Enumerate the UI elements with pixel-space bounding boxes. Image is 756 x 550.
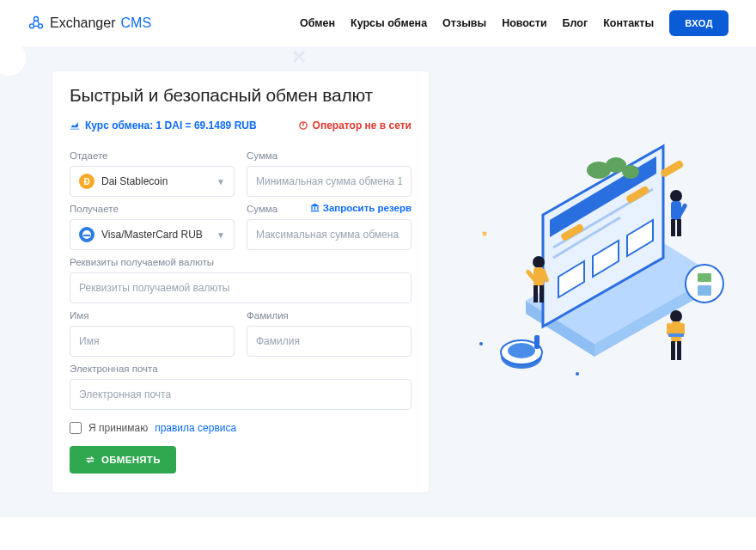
chart-icon: [70, 120, 80, 131]
agree-checkbox[interactable]: [70, 422, 82, 434]
nav-exchange[interactable]: Обмен: [300, 17, 335, 29]
get-label: Получаете: [70, 204, 235, 214]
get-currency-select[interactable]: Visa/MasterCard RUB ▼: [70, 219, 235, 250]
get-currency-value: Visa/MasterCard RUB: [101, 229, 203, 241]
logo[interactable]: Exchanger CMS: [27, 15, 151, 32]
agree-text: Я принимаю: [88, 422, 148, 434]
operator-status: Оператор не в сети: [298, 119, 412, 131]
give-currency-value: Dai Stablecoin: [101, 175, 168, 187]
chevron-down-icon: ▼: [216, 230, 225, 240]
nav-contacts[interactable]: Контакты: [603, 17, 654, 29]
requisites-input[interactable]: [70, 272, 412, 303]
rules-link[interactable]: правила сервиса: [155, 422, 236, 434]
firstname-input[interactable]: [70, 326, 235, 357]
main-nav: Обмен Курсы обмена Отзывы Новости Блог К…: [300, 10, 729, 36]
svg-point-2: [39, 24, 43, 28]
power-icon: [298, 120, 308, 131]
swap-icon: [85, 455, 95, 465]
exchange-rate: Курс обмена: 1 DAI = 69.1489 RUB: [70, 119, 257, 131]
login-button[interactable]: ВХОД: [669, 10, 729, 36]
nav-rates[interactable]: Курсы обмена: [351, 17, 427, 29]
chevron-down-icon: ▼: [216, 177, 225, 186]
nav-reviews[interactable]: Отзывы: [442, 17, 486, 29]
brand-name-2: CMS: [121, 15, 152, 31]
nav-news[interactable]: Новости: [502, 17, 546, 29]
nav-blog[interactable]: Блог: [563, 17, 588, 29]
dai-icon: Ð: [79, 174, 94, 189]
rate-text: Курс обмена: 1 DAI = 69.1489 RUB: [85, 119, 257, 131]
bank-icon: [310, 203, 320, 212]
brand-name-1: Exchanger: [50, 15, 116, 31]
get-amount-label: Сумма: [247, 204, 277, 214]
svg-point-1: [30, 24, 34, 28]
get-amount-input[interactable]: [247, 219, 412, 250]
card-icon: [79, 227, 94, 242]
status-text: Оператор не в сети: [313, 119, 412, 131]
page-title: Быстрый и безопасный обмен валют: [70, 85, 412, 106]
lastname-input[interactable]: [247, 326, 412, 357]
give-amount-label: Сумма: [247, 150, 412, 161]
lastname-label: Фамилия: [247, 310, 412, 321]
logo-icon: [27, 15, 45, 32]
email-input[interactable]: [70, 379, 412, 410]
requisites-label: Реквизиты получаемой валюты: [70, 257, 412, 267]
give-currency-select[interactable]: Ð Dai Stablecoin ▼: [70, 166, 235, 197]
request-reserve-link[interactable]: Запросить резерв: [310, 203, 412, 213]
exchange-button[interactable]: ОБМЕНЯТЬ: [70, 446, 176, 474]
firstname-label: Имя: [70, 310, 235, 321]
exchange-form-card: Быстрый и безопасный обмен валют Курс об…: [52, 70, 430, 493]
give-label: Отдаете: [70, 150, 235, 161]
email-label: Электронная почта: [70, 364, 412, 374]
give-amount-input[interactable]: [247, 166, 412, 197]
